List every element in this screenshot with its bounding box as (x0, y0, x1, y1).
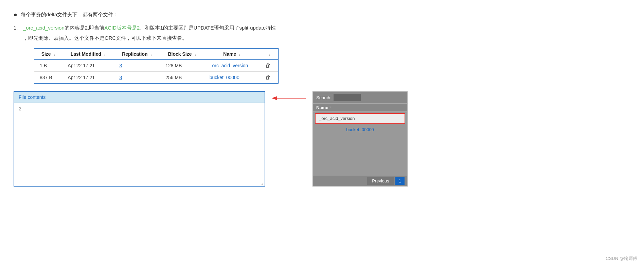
indent-continuation: ，即先删除、后插入。这个文件不是ORC文件，可以下载下来直接查看。 (23, 34, 630, 42)
arrow-area (265, 91, 312, 105)
acid-version-link2[interactable]: ACID版本号是2 (104, 25, 140, 31)
bullet-text: 每个事务的delta文件夹下，都有两个文件： (21, 10, 119, 19)
numbered-section: 1. _orc_acid_version的内容是2,即当前ACID版本号是2。和… (14, 23, 630, 42)
arrow-icon (268, 91, 309, 105)
search-input[interactable] (334, 94, 361, 101)
hdfs-table: Size ↕ Last Modified ↕ Replication ↕ Blo… (34, 49, 278, 83)
page-1-button[interactable]: 1 (395, 177, 405, 185)
row2-last-modified: Apr 22 17:21 (62, 72, 114, 84)
line-number: 2 (19, 106, 21, 111)
row2-block-size: 256 MB (160, 72, 204, 84)
numbered-line: 1. _orc_acid_version的内容是2,即当前ACID版本号是2。和… (14, 23, 630, 32)
row1-trash[interactable]: 🗑 (260, 60, 278, 72)
file-contents-body-wrapper: 2 ⌟ (14, 103, 265, 186)
hdfs-table-wrapper: Size ↕ Last Modified ↕ Replication ↕ Blo… (34, 48, 279, 84)
row1-size: 1 B (34, 60, 62, 72)
right-panel-table-header: Name ↕ (313, 103, 407, 112)
row2-trash[interactable]: 🗑 (260, 72, 278, 84)
previous-button[interactable]: Previous (367, 177, 394, 185)
num-label: 1. (14, 23, 23, 32)
rp-sort-icon: ↕ (329, 105, 331, 110)
after-text-part1: 。和版本1的主要区别是UPDATE语句采用了split-update特性 (140, 25, 276, 31)
right-panel-rows: _orc_acid_version bucket_00000 (313, 112, 407, 176)
right-panel-row-normal[interactable]: bucket_00000 (313, 125, 407, 134)
row1-block-size: 128 MB (160, 60, 204, 72)
orc-acid-version-link1[interactable]: _orc_acid_version (23, 25, 65, 31)
right-panel-row-highlighted[interactable]: _orc_acid_version (315, 113, 405, 124)
file-contents-body: 2 (14, 103, 265, 115)
col-actions: ↕ (260, 49, 278, 60)
right-panel-footer: Previous 1 (313, 176, 407, 186)
row2-replication[interactable]: 3 (114, 72, 160, 84)
row2-size: 837 B (34, 72, 62, 84)
middle-text: 的内容是2,即当前 (65, 25, 105, 31)
num-text: _orc_acid_version的内容是2,即当前ACID版本号是2。和版本1… (23, 23, 276, 32)
col-block-size: Block Size ↕ (160, 49, 204, 60)
col-name: Name ↕ (204, 49, 260, 60)
search-label: Search: (316, 95, 332, 100)
file-contents-panel: File contents 2 ⌟ (14, 91, 265, 187)
panels-container: File contents 2 ⌟ Search: Name ↕ (14, 91, 630, 187)
right-panel: Search: Name ↕ _orc_acid_version bucket_… (312, 91, 408, 187)
col-last-modified: Last Modified ↕ (62, 49, 114, 60)
table-row: 1 B Apr 22 17:21 3 128 MB _orc_acid_vers… (34, 60, 278, 72)
row2-name[interactable]: bucket_00000 (204, 72, 260, 84)
col-size: Size ↕ (34, 49, 62, 60)
table-row: 837 B Apr 22 17:21 3 256 MB bucket_00000… (34, 72, 278, 84)
bullet-section: ● 每个事务的delta文件夹下，都有两个文件： (14, 10, 630, 19)
resize-handle[interactable]: ⌟ (261, 181, 263, 186)
search-row: Search: (313, 92, 407, 103)
col-replication: Replication ↕ (114, 49, 160, 60)
rp-name-col: Name (316, 105, 328, 110)
row1-replication[interactable]: 3 (114, 60, 160, 72)
row1-name[interactable]: _orc_acid_version (204, 60, 260, 72)
file-contents-header: File contents (14, 92, 265, 103)
bullet-dot: ● (14, 10, 17, 19)
row1-last-modified: Apr 22 17:21 (62, 60, 114, 72)
